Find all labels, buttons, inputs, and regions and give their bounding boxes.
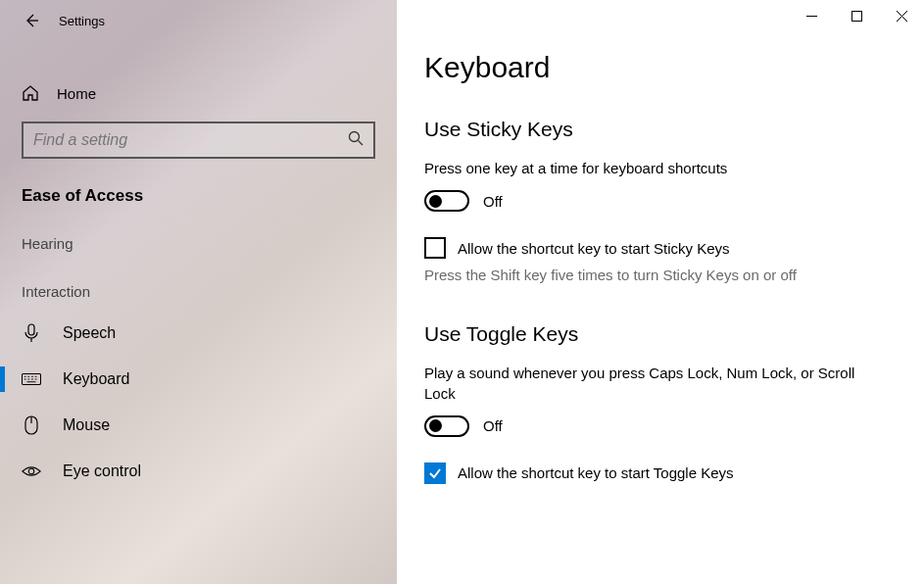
microphone-icon xyxy=(22,323,41,343)
svg-point-21 xyxy=(28,468,33,473)
mouse-icon xyxy=(22,415,41,435)
sticky-keys-shortcut-label: Allow the shortcut key to start Sticky K… xyxy=(458,240,730,257)
home-icon xyxy=(22,84,39,102)
sticky-keys-toggle[interactable] xyxy=(424,190,469,212)
minimize-button[interactable] xyxy=(789,0,834,31)
sidebar-item-eye-control[interactable]: Eye control xyxy=(0,449,397,494)
sidebar-item-label: Eye control xyxy=(63,462,141,480)
svg-rect-7 xyxy=(28,324,34,335)
sidebar-item-speech[interactable]: Speech xyxy=(0,310,397,357)
search-input[interactable] xyxy=(33,131,348,149)
home-label: Home xyxy=(57,85,96,102)
toggle-knob xyxy=(429,419,442,432)
toggle-knob xyxy=(429,195,442,208)
sticky-keys-shortcut-checkbox[interactable] xyxy=(424,237,446,259)
back-button[interactable] xyxy=(12,1,51,40)
eye-icon xyxy=(22,464,41,478)
toggle-keys-description: Play a sound whenever you press Caps Loc… xyxy=(424,364,855,404)
sidebar: Settings Home Ease of Access Hearing Int… xyxy=(0,0,397,584)
titlebar: Settings xyxy=(0,0,397,41)
content-pane: Keyboard Use Sticky Keys Press one key a… xyxy=(397,0,924,584)
sidebar-item-label: Mouse xyxy=(63,416,110,434)
window-title: Settings xyxy=(59,14,105,28)
sidebar-item-label: Keyboard xyxy=(63,370,130,388)
svg-point-5 xyxy=(350,132,360,142)
search-box[interactable] xyxy=(22,122,375,159)
svg-rect-1 xyxy=(851,11,861,21)
section-hearing[interactable]: Hearing xyxy=(0,214,397,262)
home-nav[interactable]: Home xyxy=(0,73,397,114)
sidebar-item-label: Speech xyxy=(63,324,116,342)
sidebar-item-mouse[interactable]: Mouse xyxy=(0,402,397,449)
sticky-keys-toggle-state: Off xyxy=(483,193,503,210)
sticky-keys-hint: Press the Shift key five times to turn S… xyxy=(424,267,887,283)
sticky-keys-description: Press one key at a time for keyboard sho… xyxy=(424,159,855,178)
toggle-keys-shortcut-checkbox[interactable] xyxy=(424,462,446,484)
keyboard-icon xyxy=(22,371,41,387)
toggle-keys-toggle[interactable] xyxy=(424,415,469,437)
search-icon xyxy=(348,130,364,150)
page-title: Keyboard xyxy=(424,51,887,84)
sticky-keys-heading: Use Sticky Keys xyxy=(424,118,887,141)
toggle-keys-heading: Use Toggle Keys xyxy=(424,322,887,346)
maximize-button[interactable] xyxy=(834,0,879,31)
svg-line-6 xyxy=(359,141,364,146)
section-interaction: Interaction xyxy=(0,262,397,310)
close-button[interactable] xyxy=(879,0,924,31)
sidebar-item-keyboard[interactable]: Keyboard xyxy=(0,357,397,402)
toggle-keys-toggle-state: Off xyxy=(483,417,503,434)
toggle-keys-shortcut-label: Allow the shortcut key to start Toggle K… xyxy=(458,464,734,481)
category-heading: Ease of Access xyxy=(0,159,397,214)
